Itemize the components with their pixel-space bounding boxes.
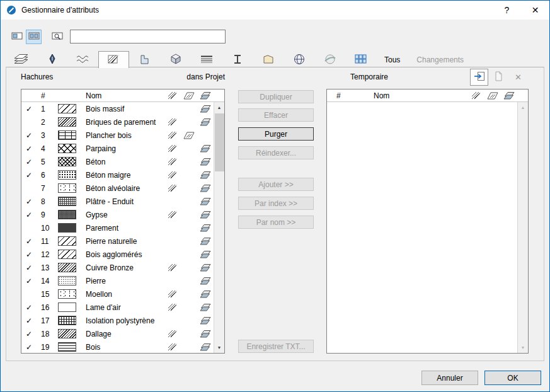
table-row[interactable]: 10 Parement	[21, 221, 214, 234]
duplicate-button[interactable]: Dupliquer	[238, 90, 314, 103]
purge-button[interactable]: Purger	[238, 127, 314, 141]
drafting-fill-icon	[164, 330, 181, 338]
row-checkmark: ✓	[21, 330, 37, 338]
column-name: Nom	[355, 91, 468, 100]
tab-line-types[interactable]	[67, 52, 98, 67]
fill-name: Plâtre - Enduit	[81, 197, 164, 206]
table-row[interactable]: ✓ 14 Pierre	[21, 274, 214, 287]
table-row[interactable]: 15 Moellon	[21, 287, 214, 301]
table-row[interactable]: ✓ 3 Plancher bois	[21, 129, 214, 142]
tab-zones[interactable]	[253, 52, 284, 67]
attribute-type-tabs: TousChangements	[6, 52, 472, 67]
cover-fill-icon	[181, 132, 197, 139]
help-button[interactable]: ?	[493, 1, 521, 20]
table-row[interactable]: 7 Béton alvéolaire	[21, 182, 214, 195]
append-button[interactable]: Ajouter >>	[238, 178, 314, 191]
tab-changements[interactable]: Changements	[408, 52, 472, 67]
tab-pens[interactable]	[37, 52, 67, 67]
tab-profiles[interactable]	[129, 52, 160, 67]
table-row[interactable]: ✓ 13 Cuivre Bronze	[21, 261, 214, 274]
fill-pattern-swatch	[58, 289, 76, 299]
row-index: 17	[37, 316, 53, 325]
scroll-down-icon[interactable]: ▼	[214, 342, 224, 353]
tab-layers[interactable]	[6, 52, 37, 67]
tab-markup-styles[interactable]	[222, 52, 253, 67]
table-row[interactable]: ✓ 9 Gypse	[21, 208, 214, 221]
close-button[interactable]: ✕	[521, 1, 549, 20]
row-index: 4	[37, 144, 53, 153]
right-scrollbar[interactable]: ▲ ▼	[517, 102, 528, 353]
temporary-attributes-table: # Nom ▲ ▼	[326, 89, 529, 354]
tab-tous[interactable]: Tous	[376, 52, 408, 67]
table-row[interactable]: ✓ 17 Isolation polystyrène	[21, 314, 214, 327]
table-row[interactable]: ✓ 8 Plâtre - Enduit	[21, 195, 214, 208]
row-checkmark: ✓	[21, 303, 37, 312]
cover-fill-icon	[484, 92, 501, 100]
scroll-up-icon[interactable]: ▲	[518, 102, 528, 113]
fill-pattern-swatch	[58, 117, 76, 127]
temporary-list	[327, 102, 517, 353]
row-index: 10	[37, 224, 53, 233]
fill-pattern-swatch	[58, 303, 76, 312]
tab-operation-profiles[interactable]	[284, 52, 314, 67]
table-row[interactable]: ✓ 11 Pierre naturelle	[21, 234, 214, 248]
fill-pattern-swatch	[58, 170, 76, 180]
markup-styles-icon	[233, 54, 242, 66]
table-row[interactable]: ✓ 19 Bois	[21, 340, 214, 353]
drafting-fill-icon	[164, 171, 181, 179]
by-name-button[interactable]: Par nom >>	[238, 216, 314, 229]
fill-pattern-swatch	[58, 197, 76, 206]
single-panel-button[interactable]	[9, 30, 25, 44]
cut-fill-icon	[197, 118, 214, 126]
attribute-manager-dialog: Gestionnaire d'attributs ? ✕ TousChangem…	[0, 0, 550, 392]
scroll-down-icon[interactable]: ▼	[518, 342, 528, 353]
table-row[interactable]: ✓ 6 Béton maigre	[21, 168, 214, 182]
dual-panel-button[interactable]	[26, 30, 42, 44]
left-panel-scope: dans Projet	[186, 72, 225, 81]
table-row[interactable]: ✓ 1 Bois massif	[21, 102, 214, 115]
left-panel-title: Hachures	[21, 72, 53, 81]
reindex-button[interactable]: Réindexer...	[238, 146, 314, 159]
drafting-fill-icon	[164, 210, 181, 219]
scroll-thumb[interactable]	[215, 113, 224, 171]
table-row[interactable]: 2 Briques de parement	[21, 115, 214, 129]
table-row[interactable]: ✓ 5 Béton	[21, 155, 214, 168]
drafting-fill-icon	[164, 144, 181, 153]
zones-icon	[263, 54, 274, 66]
new-set-button[interactable]	[490, 69, 508, 86]
scroll-up-icon[interactable]: ▲	[214, 102, 224, 113]
row-index: 14	[37, 277, 53, 285]
window-title: Gestionnaire d'attributs	[21, 6, 493, 14]
import-set-button[interactable]	[470, 69, 488, 86]
row-checkmark: ✓	[21, 105, 37, 113]
drafting-fill-icon	[164, 118, 181, 126]
row-checkmark: ✓	[21, 316, 37, 325]
by-index-button[interactable]: Par index >>	[238, 197, 314, 210]
cut-fill-icon	[197, 224, 214, 232]
tab-fills[interactable]	[98, 51, 129, 68]
multilines-icon	[200, 55, 213, 66]
cut-fill-icon	[197, 303, 214, 311]
fill-pattern-swatch	[58, 250, 76, 259]
table-row[interactable]: ✓ 18 Dallage	[21, 327, 214, 340]
table-row[interactable]: ✓ 12 Bois agglomérés	[21, 248, 214, 261]
cancel-button[interactable]: Annuler	[421, 371, 478, 385]
tab-composites[interactable]	[160, 52, 191, 67]
row-index: 15	[37, 290, 53, 299]
erase-button[interactable]: Effacer	[238, 108, 314, 122]
find-panel-button[interactable]	[49, 30, 65, 44]
drafting-fill-icon	[164, 91, 181, 100]
tab-surfaces[interactable]	[314, 52, 345, 67]
save-txt-button[interactable]: Enregistrer TXT...	[238, 340, 314, 353]
operation-profiles-icon	[294, 54, 305, 67]
table-row[interactable]: ✓ 4 Parpaing	[21, 142, 214, 155]
fill-pattern-swatch	[58, 157, 76, 166]
ok-button[interactable]: OK	[484, 371, 541, 385]
cut-fill-icon	[197, 316, 214, 325]
tab-multilines[interactable]	[191, 52, 222, 67]
tab-building-materials[interactable]	[345, 52, 376, 67]
table-row[interactable]: ✓ 16 Lame d'air	[21, 301, 214, 314]
search-input[interactable]	[70, 30, 226, 43]
delete-set-button[interactable]: ✕	[509, 69, 527, 86]
left-scrollbar[interactable]: ▲ ▼	[214, 102, 224, 353]
